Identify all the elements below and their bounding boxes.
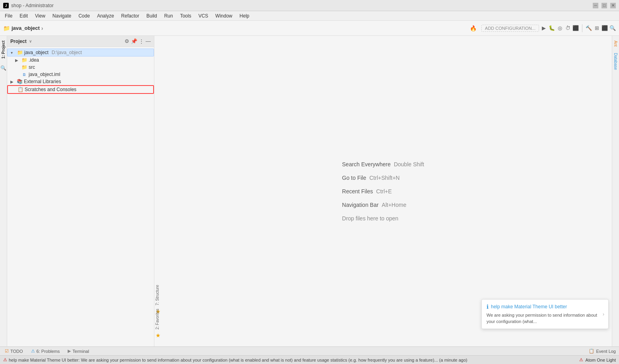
notification-header: ℹ help make Material Theme UI better <box>487 304 603 310</box>
tree-label-ext-libs: External Libraries <box>24 79 61 84</box>
hint-recent-label: Recent Files <box>342 188 373 195</box>
project-options-icon[interactable]: ⋮ <box>139 38 144 44</box>
title-bar: J shop - Administrator ─ □ ✕ <box>0 0 619 11</box>
todo-tab-label: TODO <box>10 349 23 354</box>
right-sidebar: Ant Database <box>612 36 619 346</box>
bottom-tabs-bar: ☑ TODO ⚠ 6: Problems ▶ Terminal 📋 Event … <box>0 346 619 355</box>
project-name[interactable]: java_object › <box>12 25 43 31</box>
tree-item-iml[interactable]: ▶ 🗎 java_object.iml <box>7 71 154 78</box>
sidebar-tab-project[interactable]: 1: Project <box>0 37 6 62</box>
hint-search-shortcut: Double Shift <box>394 161 424 167</box>
menu-analyze[interactable]: Analyze <box>94 12 117 19</box>
status-warning-icon-right: ⚠ <box>579 357 583 362</box>
library-icon: 📚 <box>17 79 22 84</box>
terminal-tab-label: Terminal <box>72 349 89 354</box>
title-bar-left: J shop - Administrator <box>3 3 54 8</box>
project-header-left: Project ∨ <box>10 39 32 44</box>
favorites-sidebar: 2: Favorites ★ <box>154 307 162 339</box>
tree-label-java-object: java_object <box>24 50 49 55</box>
tree-item-external-libs[interactable]: ▶ 📚 External Libraries <box>7 78 154 85</box>
event-log-button[interactable]: 📋 Event Log <box>589 348 616 354</box>
menu-window[interactable]: Window <box>212 12 236 19</box>
hint-drop-label: Drop files here to open <box>342 215 399 222</box>
tree-label-src: src <box>29 64 35 70</box>
tree-path-java-object: D:\java_object <box>52 50 82 55</box>
notification-popup[interactable]: ℹ help make Material Theme UI better We … <box>481 299 609 329</box>
folder-icon-src: 📁 <box>21 64 27 70</box>
hint-recent-shortcut: Ctrl+E <box>376 188 392 195</box>
project-header-icons: ⚙ 📌 ⋮ — <box>125 38 151 44</box>
notification-title[interactable]: help make Material Theme UI better <box>491 304 567 309</box>
terminal-button[interactable]: ⬛ <box>601 25 608 31</box>
add-configuration-button[interactable]: ADD CONFIGURATION... <box>481 25 539 32</box>
debug-button[interactable]: 🐛 <box>549 25 555 31</box>
notification-chevron-icon: › <box>603 311 604 317</box>
menu-bar: File Edit View Navigate Code Analyze Ref… <box>0 11 619 21</box>
hint-drop: Drop files here to open <box>342 215 424 222</box>
menu-edit[interactable]: Edit <box>16 12 31 19</box>
run-config-icon[interactable]: 🔥 <box>470 25 477 31</box>
tree-arrow-ext-libs: ▶ <box>10 80 15 84</box>
editor-hints: Search Everywhere Double Shift Go to Fil… <box>342 161 424 222</box>
search-everywhere-button[interactable]: 🔍 <box>609 25 616 31</box>
todo-tab[interactable]: ☑ TODO <box>3 348 25 354</box>
menu-build[interactable]: Build <box>143 12 160 19</box>
structure-tab[interactable]: 7: Structure <box>154 283 160 307</box>
maximize-button[interactable]: □ <box>601 3 607 8</box>
close-button[interactable]: ✕ <box>610 3 616 8</box>
run-button[interactable]: ▶ <box>541 25 547 31</box>
breadcrumb-chevron: › <box>41 25 43 31</box>
hint-nav: Navigation Bar Alt+Home <box>342 202 424 208</box>
hint-recent: Recent Files Ctrl+E <box>342 188 424 195</box>
hint-goto-shortcut: Ctrl+Shift+N <box>369 175 399 181</box>
folder-icon-java-object: 📁 <box>17 50 23 55</box>
file-icon-iml: 🗎 <box>21 72 27 77</box>
toolbar-divider <box>582 24 582 32</box>
tree-item-src[interactable]: ▶ 📁 src <box>7 64 154 71</box>
event-log-icon: 📋 <box>589 348 594 354</box>
scratches-icon: 📋 <box>18 87 23 92</box>
favorites-tab[interactable]: 2: Favorites <box>154 307 160 331</box>
coverage-button[interactable]: ◎ <box>557 25 563 31</box>
project-hide-icon[interactable]: — <box>146 38 151 44</box>
sidebar-icon-search[interactable]: 🔍 <box>0 65 6 71</box>
menu-view[interactable]: View <box>32 12 49 19</box>
stop-button[interactable]: ⬛ <box>572 25 579 31</box>
right-tab-ant[interactable]: Ant <box>613 37 619 50</box>
menu-code[interactable]: Code <box>75 12 93 19</box>
project-icon: 📁 <box>3 25 10 31</box>
tree-item-idea[interactable]: ▶ 📁 .idea <box>7 56 154 64</box>
terminal-tab[interactable]: ▶ Terminal <box>66 348 91 354</box>
project-header-chevron[interactable]: ∨ <box>29 39 32 43</box>
tree-label-scratches: Scratches and Consoles <box>25 87 76 92</box>
status-theme-label[interactable]: Atom One Light <box>586 358 616 362</box>
status-warning-icon: ⚠ <box>3 357 7 362</box>
window-title: shop - Administrator <box>11 3 54 8</box>
project-pin-icon[interactable]: 📌 <box>131 38 137 44</box>
favorites-star-icon: ★ <box>154 332 162 339</box>
notification-info-icon: ℹ <box>487 304 489 310</box>
menu-run[interactable]: Run <box>161 12 176 19</box>
profile-button[interactable]: ⏱ <box>564 25 571 31</box>
tree-item-scratches[interactable]: ▶ 📋 Scratches and Consoles <box>7 85 154 94</box>
right-tab-database[interactable]: Database <box>613 50 619 73</box>
window-controls: ─ □ ✕ <box>593 3 616 8</box>
menu-file[interactable]: File <box>2 12 16 19</box>
build-button[interactable]: 🔨 <box>586 25 592 31</box>
menu-navigate[interactable]: Navigate <box>49 12 74 19</box>
minimize-button[interactable]: ─ <box>593 3 598 8</box>
menu-help[interactable]: Help <box>236 12 253 19</box>
problems-tab[interactable]: ⚠ 6: Problems <box>29 348 62 354</box>
notification-body: We are asking your permission to send in… <box>487 312 603 325</box>
menu-tools[interactable]: Tools <box>177 12 195 19</box>
editor-area: Search Everywhere Double Shift Go to Fil… <box>154 36 612 346</box>
status-bar-text: help make Material Theme UI better: We a… <box>9 358 578 362</box>
project-panel-header: Project ∨ ⚙ 📌 ⋮ — <box>7 36 154 47</box>
layout-button[interactable]: ⊞ <box>594 25 600 31</box>
menu-refactor[interactable]: Refactor <box>118 12 142 19</box>
problems-icon: ⚠ <box>31 348 35 354</box>
tree-arrow-idea: ▶ <box>15 58 20 62</box>
menu-vcs[interactable]: VCS <box>195 12 212 19</box>
project-settings-icon[interactable]: ⚙ <box>125 38 129 44</box>
tree-item-java-object[interactable]: ▾ 📁 java_object D:\java_object <box>7 49 154 56</box>
